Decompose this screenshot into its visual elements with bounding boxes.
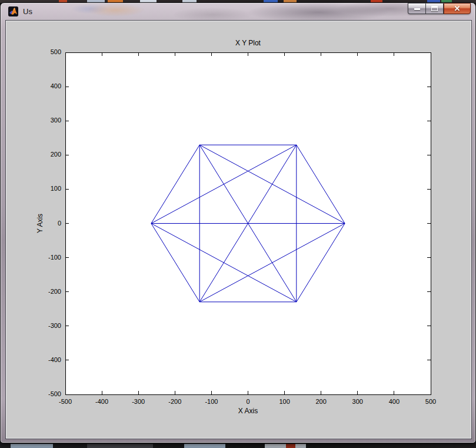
- background-window-fragment: [265, 444, 306, 448]
- close-icon: ✕: [454, 5, 461, 12]
- y-tick-label: 100: [31, 185, 61, 192]
- x-tick-label: 400: [378, 398, 411, 405]
- window-title: Us: [23, 7, 32, 16]
- y-tick-label: -500: [31, 390, 61, 397]
- y-tick-label: -200: [31, 288, 61, 295]
- y-tick-label: 200: [31, 151, 61, 158]
- caption-button-group: ✕: [408, 3, 471, 14]
- plot-title: X Y Plot: [65, 39, 431, 47]
- x-tick-label: 100: [268, 398, 301, 405]
- background-window-fragment: [87, 444, 153, 448]
- x-tick-label: 500: [414, 398, 447, 405]
- x-tick-label: 300: [341, 398, 374, 405]
- y-tick-label: -300: [31, 322, 61, 329]
- y-tick-label: 300: [31, 117, 61, 124]
- x-tick-label: -100: [195, 398, 228, 405]
- close-button[interactable]: ✕: [444, 3, 471, 14]
- y-tick-label: 400: [31, 82, 61, 89]
- figure-window: Us ✕ X Y Plot X Axis Y Axis -500-400-300…: [0, 2, 476, 443]
- x-tick-label: -200: [158, 398, 191, 405]
- x-tick-label: -300: [122, 398, 155, 405]
- background-window-fragment: [184, 444, 225, 448]
- x-tick-label: 0: [232, 398, 265, 405]
- x-tick-label: -500: [49, 398, 82, 405]
- y-tick-label: -400: [31, 356, 61, 363]
- background-window-fragment: [11, 444, 53, 448]
- x-tick-label: -400: [85, 398, 118, 405]
- y-tick-label: 500: [31, 48, 61, 55]
- x-axis-label: X Axis: [65, 407, 431, 415]
- window-titlebar[interactable]: Us ✕: [1, 3, 475, 20]
- background-window-fragment: [286, 444, 295, 448]
- y-tick-label: 0: [31, 220, 61, 227]
- maximize-icon: [431, 6, 438, 11]
- y-tick-label: -100: [31, 254, 61, 261]
- maximize-button[interactable]: [425, 3, 444, 14]
- matlab-logo-icon[interactable]: [8, 6, 18, 16]
- screen: Us ✕ X Y Plot X Axis Y Axis -500-400-300…: [0, 0, 476, 448]
- figure-canvas: X Y Plot X Axis Y Axis -500-400-300-200-…: [5, 20, 472, 439]
- xy-plot: [6, 21, 471, 439]
- minimize-icon: [414, 8, 420, 10]
- minimize-button[interactable]: [408, 3, 425, 14]
- x-tick-label: 200: [305, 398, 338, 405]
